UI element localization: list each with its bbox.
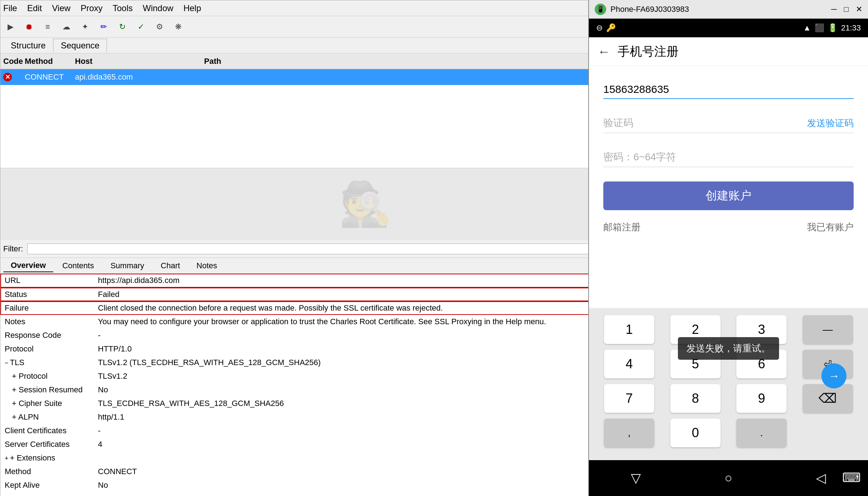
col-header-host: Host — [72, 57, 201, 66]
detail-name-url: URL — [0, 274, 94, 288]
detail-name-alpn: + ALPN — [0, 410, 94, 424]
toolbar-settings[interactable]: ❋ — [171, 20, 185, 34]
phone-form: 验证码 发送验证码 密码：6~64字符 创建账户 邮箱注册 我已有账户 — [589, 66, 868, 308]
detail-name-server-certs: Server Certificates — [0, 438, 94, 451]
create-account-button[interactable]: 创建账户 — [603, 181, 854, 210]
detail-name-kept-alive: Kept Alive — [0, 478, 94, 492]
tab-structure[interactable]: Structure — [3, 39, 53, 52]
detail-name-cipher-suite: + Cipher Suite — [0, 397, 94, 410]
minimize-button[interactable]: ─ — [831, 5, 837, 14]
menu-window[interactable]: Window — [143, 3, 173, 13]
phone-number-input[interactable] — [603, 80, 854, 99]
detail-name-method: Method — [0, 465, 94, 478]
tab-chart[interactable]: Chart — [153, 259, 188, 272]
phone-title-bar: 📱 Phone-FA69J0303983 ─ □ ✕ — [589, 0, 868, 19]
toolbar-compose[interactable]: ✏ — [96, 20, 111, 34]
keyboard-icon[interactable]: ⌨ — [842, 470, 861, 485]
email-register-link[interactable]: 邮箱注册 — [603, 221, 641, 233]
numpad-row-4: , 0 . — [596, 419, 861, 447]
phone-bottom-links: 邮箱注册 我已有账户 — [603, 221, 854, 233]
verification-placeholder: 验证码 — [603, 113, 807, 133]
numpad-key-delete[interactable]: ⌫ — [803, 384, 853, 413]
numpad-row-3: 7 8 9 ⌫ — [596, 384, 861, 413]
col-header-code: Code — [0, 57, 22, 66]
detail-name-protocol: Protocol — [0, 342, 94, 356]
toolbar-validate[interactable]: ✓ — [134, 20, 148, 34]
toolbar-throttle[interactable]: ☁ — [59, 20, 74, 34]
menu-file[interactable]: File — [3, 3, 17, 13]
time-display: 21:33 — [841, 23, 861, 33]
phone-page-title: 手机号注册 — [618, 43, 679, 60]
tab-sequence[interactable]: Sequence — [53, 39, 107, 52]
numpad-key-empty — [803, 419, 853, 447]
phone-nav-bar: ▽ ○ ◁ ⌨ — [589, 460, 868, 496]
error-icon: ✕ — [3, 73, 12, 81]
phone-title-controls: ─ □ ✕ — [831, 5, 862, 14]
numpad-key-7[interactable]: 7 — [604, 384, 654, 413]
tab-overview[interactable]: Overview — [3, 259, 53, 272]
menu-view[interactable]: View — [52, 3, 71, 13]
network-icon: ⬛ — [815, 23, 824, 33]
phone-status-bar: ⊖ 🔑 ▲ ⬛ 🔋 21:33 — [589, 19, 868, 37]
nav-back-button[interactable]: ▽ — [631, 471, 641, 486]
signal-icon: ⊖ — [596, 23, 603, 33]
battery-icon: 🔋 — [828, 23, 838, 33]
toolbar-record[interactable]: ⏺ — [22, 20, 36, 34]
menu-proxy[interactable]: Proxy — [81, 3, 103, 13]
detail-name-failure: Failure — [0, 301, 94, 315]
detail-name-status: Status — [0, 288, 94, 302]
have-account-link[interactable]: 我已有账户 — [807, 221, 854, 233]
numpad-key-comma[interactable]: , — [604, 419, 654, 447]
toast-message: 发送失败，请重试。 — [678, 337, 779, 360]
detail-name-tls-protocol: + Protocol — [0, 369, 94, 383]
tab-notes[interactable]: Notes — [189, 259, 225, 272]
password-row: 密码：6~64字符 — [603, 147, 854, 167]
phone-number-group — [603, 80, 854, 99]
detail-name-notes: Notes — [0, 315, 94, 329]
nav-home-button[interactable]: ○ — [725, 471, 732, 486]
cell-host: api.dida365.com — [72, 72, 201, 82]
toolbar-intercept[interactable]: ✦ — [78, 20, 92, 34]
numpad-key-4[interactable]: 4 — [604, 350, 654, 378]
detail-name-session-resumed: + Session Resumed — [0, 383, 94, 397]
phone-title-text: Phone-FA69J0303983 — [610, 5, 827, 14]
nav-recents-button[interactable]: ◁ — [816, 471, 826, 486]
numpad-key-8[interactable]: 8 — [670, 384, 721, 413]
phone-app-icon: 📱 — [595, 4, 606, 15]
menu-edit[interactable]: Edit — [27, 3, 42, 13]
watermark-image: 🕵 — [339, 179, 393, 230]
lock-icon: 🔑 — [606, 23, 616, 33]
status-right-icons: ▲ ⬛ 🔋 21:33 — [803, 23, 861, 33]
toolbar-start[interactable]: ▶ — [3, 20, 18, 34]
detail-name-tls: −TLS — [0, 356, 94, 369]
verification-code-row: 验证码 发送验证码 — [603, 113, 854, 133]
numpad-key-0[interactable]: 0 — [670, 419, 721, 447]
password-placeholder: 密码：6~64字符 — [603, 147, 854, 167]
numpad-key-dot[interactable]: . — [736, 419, 787, 447]
cell-method: CONNECT — [22, 72, 72, 82]
toolbar-tools[interactable]: ⚙ — [152, 20, 167, 34]
detail-name-response-code: Response Code — [0, 329, 94, 342]
arrow-button[interactable]: → — [821, 363, 846, 388]
col-header-path: Path — [201, 57, 588, 66]
tab-summary[interactable]: Summary — [103, 259, 152, 272]
filter-label: Filter: — [3, 244, 23, 254]
cell-code: ✕ — [0, 73, 22, 81]
phone-window: 📱 Phone-FA69J0303983 ─ □ ✕ ⊖ 🔑 ▲ ⬛ 🔋 21:… — [588, 0, 868, 496]
restore-button[interactable]: □ — [844, 5, 849, 14]
back-button[interactable]: ← — [598, 44, 610, 59]
toolbar-clear[interactable]: ≡ — [41, 20, 55, 34]
col-header-method: Method — [22, 57, 72, 66]
send-code-button[interactable]: 发送验证码 — [807, 117, 854, 129]
menu-tools[interactable]: Tools — [113, 3, 133, 13]
phone-content: ← 手机号注册 验证码 发送验证码 密码：6~64字符 创建账户 邮箱注册 — [589, 37, 868, 460]
detail-name-extensions: ++ Extensions — [0, 451, 94, 465]
numpad-key-1[interactable]: 1 — [604, 315, 654, 344]
close-button[interactable]: ✕ — [856, 5, 862, 14]
status-left-icons: ⊖ 🔑 — [596, 23, 616, 33]
numpad-key-9[interactable]: 9 — [736, 384, 787, 413]
numpad-key-dash[interactable]: — — [803, 315, 853, 344]
menu-help[interactable]: Help — [183, 3, 201, 13]
tab-contents[interactable]: Contents — [55, 259, 102, 272]
toolbar-repeat[interactable]: ↻ — [115, 20, 129, 34]
